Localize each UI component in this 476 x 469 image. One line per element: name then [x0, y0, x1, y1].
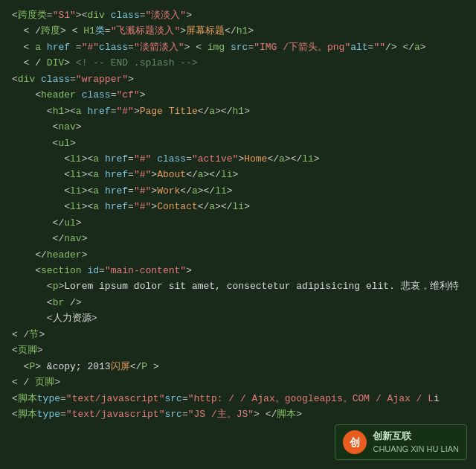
code-line: <跨度类="S1"><div class="淡淡入"> [12, 7, 464, 23]
code-editor: <跨度类="S1"><div class="淡淡入"> < /跨度> < H1类… [0, 0, 476, 469]
code-line: <li><a href="#">Contact</a></li> [12, 199, 464, 214]
code-line: <P> &copy; 2013闪屏</P > [12, 359, 464, 374]
code-line: </ul> [12, 215, 464, 231]
code-line: <nav> [12, 119, 464, 135]
code-line: <p>Lorem ipsum dolor sit amet, consectet… [12, 278, 464, 294]
code-line: < / 页脚> [12, 374, 464, 390]
code-line: <li><a href="#">Work</a></li> [12, 183, 464, 199]
watermark-name: 创新互联 [373, 430, 459, 443]
code-content: <跨度类="S1"><div class="淡淡入"> < /跨度> < H1类… [12, 7, 464, 422]
watermark-text-block: 创新互联 CHUANG XIN HU LIAN [373, 430, 459, 455]
code-line: <section id="main-content"> [12, 263, 464, 278]
code-line: <页脚> [12, 342, 464, 358]
code-line: <脚本type="text/javascript"src="http: / / … [12, 391, 464, 406]
code-line: </header> [12, 247, 464, 263]
watermark-subtitle: CHUANG XIN HU LIAN [373, 444, 459, 455]
svg-text:创: 创 [349, 436, 360, 448]
code-line: <br /> [12, 295, 464, 310]
code-line: <li><a href="#">About</a></li> [12, 167, 464, 182]
code-line: <ul> [12, 135, 464, 151]
code-line: <header class="cf"> [12, 87, 464, 103]
code-line: <人力资源> [12, 310, 464, 326]
watermark: 创 创新互联 CHUANG XIN HU LIAN [335, 424, 467, 460]
watermark-logo: 创 [343, 430, 367, 454]
code-line: <li><a href="#" class="active">Home</a><… [12, 151, 464, 167]
code-line: <div class="wrapper"> [12, 71, 464, 87]
code-line: < a href ="#"class="淡箭淡入"> < img src="IM… [12, 39, 464, 55]
code-line: < /节> [12, 327, 464, 342]
code-line: <脚本type="text/javascript"src="JS /主。JS">… [12, 406, 464, 422]
code-line: </nav> [12, 231, 464, 246]
code-line: <h1><a href="#">Page Title</a></h1> [12, 103, 464, 119]
code-line: < / DIV> <! -- END .splash --> [12, 55, 464, 71]
code-line: < /跨度> < H1类="飞溅标题淡入">屏幕标题</h1> [12, 23, 464, 39]
